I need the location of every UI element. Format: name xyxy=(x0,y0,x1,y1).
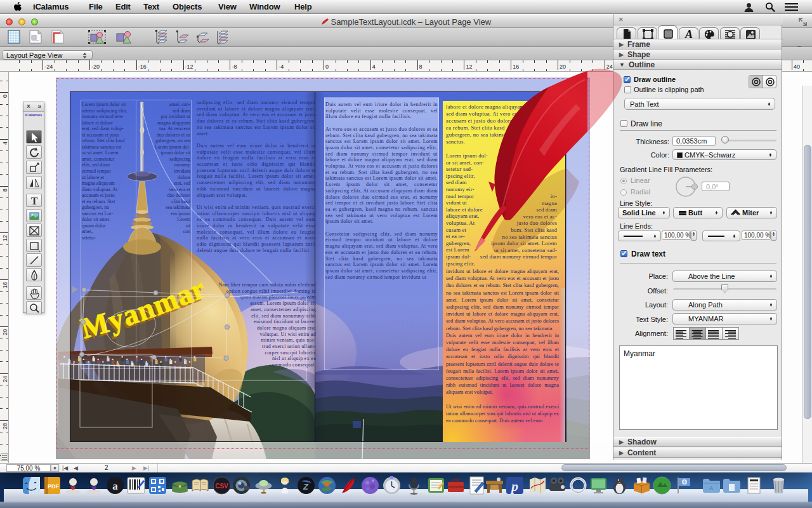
svg-text:A: A xyxy=(709,485,712,491)
svg-text:CSV: CSV xyxy=(215,483,228,490)
svg-text:p: p xyxy=(510,478,518,494)
svg-text:a: a xyxy=(112,480,118,492)
svg-text:Z: Z xyxy=(303,482,309,491)
svg-text:T: T xyxy=(31,196,38,206)
svg-text:PDF: PDF xyxy=(48,483,60,490)
